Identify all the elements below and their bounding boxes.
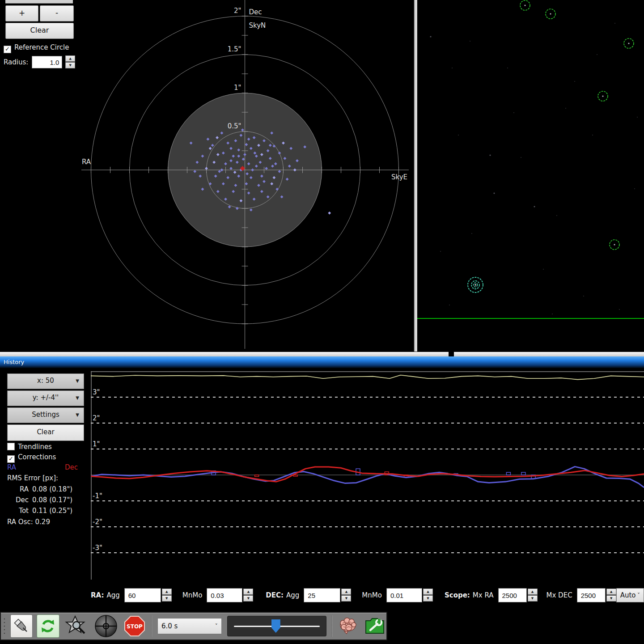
- faint-star: [614, 23, 615, 24]
- faint-star: [493, 192, 495, 194]
- history-x-scale-dropdown[interactable]: x: 50 ▼: [7, 373, 84, 389]
- skyn-label: SkyN: [249, 21, 266, 30]
- legend-dec: Dec: [65, 463, 78, 471]
- rms-dec-row: Dec0.08 (0.17"): [7, 496, 72, 504]
- dec-mnmo-input[interactable]: [386, 588, 422, 602]
- dec-mnmo-label: MnMo: [362, 591, 382, 599]
- history-x-scale-label: x: 50: [37, 377, 54, 385]
- history-clear-button[interactable]: Clear: [7, 424, 84, 441]
- mx-dec-label: Mx DEC: [547, 591, 572, 599]
- connect-equipment-button[interactable]: [10, 614, 33, 638]
- dec-mode-combobox[interactable]: Auto ˅: [616, 588, 644, 602]
- rms-dec-value: 0.08 (0.17"): [32, 496, 72, 504]
- exposure-combobox[interactable]: 6.0 s ˅: [157, 618, 222, 634]
- mx-dec-spinner[interactable]: ▲▼: [606, 589, 616, 602]
- advanced-settings-button[interactable]: [337, 614, 359, 638]
- faint-star: [565, 108, 566, 109]
- correction-bar: [293, 475, 297, 476]
- ra-agg-label: Agg: [106, 591, 119, 599]
- camera-settings-button[interactable]: [363, 614, 386, 638]
- ra-agg-input[interactable]: [124, 588, 161, 602]
- star-select-icon: [64, 615, 88, 637]
- history-settings-dropdown[interactable]: Settings ▼: [7, 407, 84, 423]
- toolbar-separator: [151, 615, 152, 637]
- spinner-up-icon[interactable]: ▲: [65, 55, 75, 62]
- faint-star: [471, 233, 472, 234]
- faint-star: [552, 314, 553, 314]
- camera-wrench-icon: [364, 616, 386, 636]
- faint-star: [430, 36, 431, 37]
- loop-icon: [39, 617, 57, 635]
- series-star-mass: [91, 375, 644, 380]
- loop-exposures-button[interactable]: [37, 614, 59, 638]
- mx-ra-spinner[interactable]: ▲▼: [528, 589, 538, 602]
- corrections-checkbox[interactable]: ✓: [7, 455, 15, 463]
- star-field-panel: [417, 0, 644, 352]
- slider-thumb[interactable]: [271, 619, 280, 633]
- history-y-scale-dropdown[interactable]: y: +/-4'' ▼: [7, 390, 84, 406]
- chevron-down-icon: ▼: [76, 391, 79, 405]
- rms-ra-row: RA0.08 (0.18"): [7, 485, 72, 493]
- history-title: History: [0, 356, 644, 368]
- reference-circle-checkbox[interactable]: ✓: [4, 46, 11, 53]
- ra-agg-spinner[interactable]: ▲▼: [162, 589, 172, 602]
- mx-dec-input[interactable]: [577, 588, 606, 602]
- y-tick-label: -2": [93, 518, 102, 526]
- detected-star: [628, 42, 629, 44]
- star-field-image: [417, 0, 644, 352]
- radius-input[interactable]: [32, 56, 62, 68]
- auto-select-star-button[interactable]: [64, 614, 89, 638]
- faint-star: [592, 135, 593, 136]
- dec-mode-value: Auto: [620, 591, 636, 599]
- radius-spinner[interactable]: ▲▼: [65, 55, 75, 69]
- rms-dec-label: Dec: [7, 496, 29, 504]
- trendlines-label: Trendlines: [18, 443, 52, 451]
- stop-icon: STOP: [124, 615, 145, 637]
- detected-star: [602, 95, 603, 97]
- history-y-scale-label: y: +/-4'': [33, 394, 59, 402]
- target-zoom-in-button[interactable]: +: [5, 5, 38, 21]
- stop-text: STOP: [127, 623, 143, 630]
- target-zoom-out-button[interactable]: -: [40, 5, 74, 21]
- ra-mnmo-spinner[interactable]: ▲▼: [243, 589, 253, 602]
- mx-ra-label: Mx RA: [473, 591, 494, 599]
- mx-ra-input[interactable]: [498, 588, 527, 602]
- stop-button[interactable]: STOP: [123, 614, 146, 638]
- correction-bar: [255, 475, 259, 476]
- rms-tot-label: Tot: [7, 507, 29, 515]
- rms-tot-row: Tot0.11 (0.25"): [7, 507, 72, 515]
- dec-section-label: DEC:: [266, 591, 284, 599]
- guide-button[interactable]: [93, 614, 119, 638]
- toolbar-grip-handle[interactable]: [3, 616, 6, 636]
- guiding-history-graph: 3"2"1"-1"-2"-3": [91, 371, 644, 580]
- faint-star: [556, 215, 557, 216]
- dec-agg-input[interactable]: [304, 588, 340, 602]
- scatter-point: [328, 212, 331, 215]
- ring-label: 2": [234, 7, 241, 15]
- radius-row: Radius: ▲▼: [4, 55, 75, 69]
- rms-ra-value: 0.08 (0.18"): [32, 485, 72, 493]
- spinner-down-icon[interactable]: ▼: [65, 62, 75, 68]
- target-clear-button[interactable]: Clear: [5, 23, 74, 39]
- faint-star: [597, 54, 597, 55]
- trendlines-row: Trendlines: [7, 443, 52, 451]
- trendlines-checkbox[interactable]: [7, 443, 15, 450]
- legend-row: RA Dec: [7, 463, 83, 471]
- usb-connect-icon: [13, 617, 30, 635]
- dec-agg-spinner[interactable]: ▲▼: [341, 589, 351, 602]
- detected-star: [550, 13, 551, 14]
- stretch-slider[interactable]: [227, 616, 327, 636]
- faint-star: [521, 157, 521, 158]
- dec-mnmo-spinner[interactable]: ▲▼: [423, 589, 433, 602]
- ra-mnmo-input[interactable]: [207, 588, 242, 602]
- ra-axis-label: RA: [82, 158, 91, 166]
- correction-bar: [521, 472, 525, 475]
- faint-star: [470, 41, 470, 42]
- rms-header: RMS Error [px]:: [7, 474, 58, 482]
- detected-star: [524, 4, 525, 6]
- faint-star: [543, 269, 544, 270]
- reference-circle-label: Reference Circle: [14, 43, 69, 51]
- faint-star: [440, 251, 441, 252]
- legend-ra: RA: [7, 463, 16, 471]
- y-tick-label: 3": [93, 388, 100, 396]
